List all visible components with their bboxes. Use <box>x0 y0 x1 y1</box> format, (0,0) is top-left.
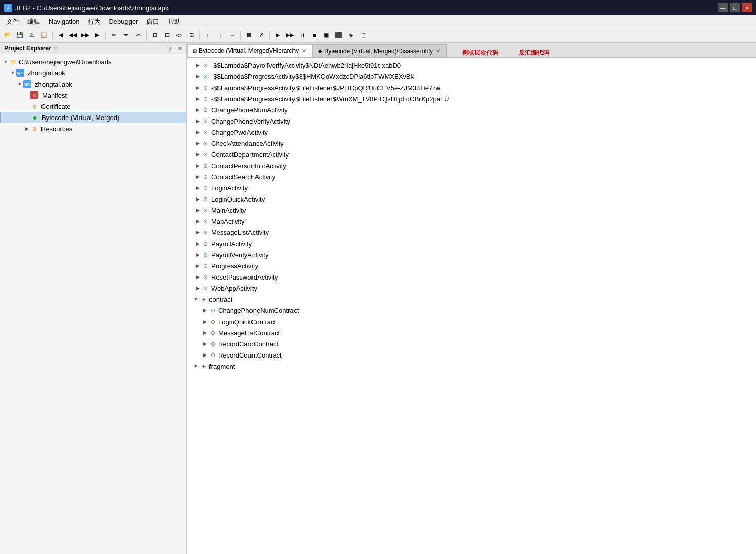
toolbar-step3[interactable]: ◈ <box>345 30 356 41</box>
toolbar-warn[interactable]: ⚠ <box>26 30 37 41</box>
list-item-c14[interactable]: ▶ ⊙ PayrollVerifyActivity <box>187 249 756 260</box>
toolbar-edit1[interactable]: ✏ <box>108 30 119 41</box>
class-arrow-lambda3: ▶ <box>194 85 201 90</box>
list-item-lambda4[interactable]: ▶ ⊙ -$$Lambda$ProgressActivity$FileListe… <box>187 93 756 104</box>
class-arrow-c14: ▶ <box>194 252 201 257</box>
class-label-c9: LoginQuickActivity <box>211 195 265 203</box>
toolbar-save[interactable]: 💾 <box>14 30 25 41</box>
class-label-c15: ProgressActivity <box>211 262 258 270</box>
list-item-c15[interactable]: ▶ ⊙ ProgressActivity <box>187 260 756 271</box>
toolbar-step1[interactable]: ▣ <box>321 30 332 41</box>
list-item-c10[interactable]: ▶ ⊙ MainActivity <box>187 205 756 216</box>
list-item-p5[interactable]: ▶ ⊙ RecordCountContract <box>187 349 756 361</box>
list-item-c12[interactable]: ▶ ⊙ MessageListActivity <box>187 227 756 238</box>
list-item-pkg-fragment[interactable]: ▼ ⊞ fragment <box>187 361 756 372</box>
toolbar-fwd2[interactable]: ▶▶ <box>79 30 91 41</box>
list-item-c9[interactable]: ▶ ⊙ LoginQuickActivity <box>187 193 756 205</box>
tree-label-root: C:\Users\hejiangwei\Downloads <box>19 58 112 66</box>
tab-hierarchy-close[interactable]: ✕ <box>301 48 307 54</box>
toolbar-open[interactable]: 📂 <box>2 30 13 41</box>
class-label-lambda3: -$$Lambda$ProgressActivity$FileListener$… <box>211 84 440 92</box>
menu-help[interactable]: 帮助 <box>163 16 185 27</box>
menu-file[interactable]: 文件 <box>2 16 23 27</box>
list-item-c6[interactable]: ▶ ⊙ ContactPersonInfoActivity <box>187 160 756 171</box>
list-item-lambda1[interactable]: ▶ ⊙ -$$Lambda$PayrollVerifyActivity$NDtA… <box>187 60 756 71</box>
class-label-p1: ChangePhoneNumContract <box>218 307 299 314</box>
tree-label-resources: Resources <box>41 125 72 133</box>
tab-disassembly[interactable]: ◆ Bytecode (Virtual, Merged)/Disassembly… <box>313 44 447 57</box>
list-item-p3[interactable]: ▶ ⊙ MessageListContract <box>187 327 756 338</box>
list-item-lambda2[interactable]: ▶ ⊙ -$$Lambda$ProgressActivity$3$HMKOoWx… <box>187 71 756 82</box>
tree-label-cert: Certificate <box>41 103 71 110</box>
toolbar-copy[interactable]: 📋 <box>38 30 50 41</box>
list-item-pkg-contract[interactable]: ▼ ⊞ contract <box>187 294 756 305</box>
list-item-c11[interactable]: ▶ ⊙ MapActivity <box>187 216 756 227</box>
list-item-c13[interactable]: ▶ ⊙ PayrollActivity <box>187 238 756 249</box>
list-item-c4[interactable]: ▶ ⊙ CheckAttendanceActivity <box>187 138 756 149</box>
menu-action[interactable]: 行为 <box>83 16 105 27</box>
toolbar-step4[interactable]: ⬚ <box>357 30 368 41</box>
list-item-c7[interactable]: ▶ ⊙ ContactSearchActivity <box>187 171 756 182</box>
list-item-c3[interactable]: ▶ ⊙ ChangePwdActivity <box>187 127 756 138</box>
left-panel: Project Explorer ⊡ ⊡ □ ✕ ▼ 📁 C:\Users\he… <box>0 43 187 554</box>
class-label-lambda1: -$$Lambda$PayrollVerifyActivity$NDtAehwb… <box>211 62 401 69</box>
toolbar-edit2[interactable]: ✒ <box>120 30 132 41</box>
toolbar-down[interactable]: ↓ <box>215 30 226 41</box>
list-item-lambda3[interactable]: ▶ ⊙ -$$Lambda$ProgressActivity$FileListe… <box>187 82 756 93</box>
list-item-c2[interactable]: ▶ ⊙ ChangePhoneVerifyActivity <box>187 115 756 127</box>
list-item-c17[interactable]: ▶ ⊙ WebAppActivity <box>187 283 756 294</box>
toolbar-right[interactable]: → <box>227 30 238 41</box>
list-item-c1[interactable]: ▶ ⊙ ChangePhoneNumActivity <box>187 104 756 115</box>
title-bar: J JEB2 - C:\Users\hejiangwei\Downloads\z… <box>0 0 756 15</box>
menu-edit[interactable]: 编辑 <box>23 16 45 27</box>
toolbar-fwd[interactable]: ▶ <box>92 30 103 41</box>
list-item-c16[interactable]: ▶ ⊙ ResetPasswordActivity <box>187 271 756 283</box>
menu-navigation[interactable]: Navigation <box>45 17 83 26</box>
class-arrow-c13: ▶ <box>194 241 201 246</box>
menu-debugger[interactable]: Debugger <box>105 17 142 26</box>
toolbar-add[interactable]: ⊞ <box>149 30 160 41</box>
manifest-icon: M <box>30 91 38 99</box>
toolbar-run2[interactable]: ▶▶ <box>284 30 296 41</box>
list-item-p1[interactable]: ▶ ⊙ ChangePhoneNumContract <box>187 305 756 316</box>
list-item-c5[interactable]: ▶ ⊙ ContactDepartmentActivity <box>187 149 756 160</box>
toolbar-back[interactable]: ◀ <box>55 30 66 41</box>
list-item-p2[interactable]: ▶ ⊙ LoginQuickContract <box>187 316 756 327</box>
tree-item-manifest[interactable]: M Manifest <box>0 90 186 101</box>
class-icon-p5: ⊙ <box>208 351 217 359</box>
class-arrow-p4: ▶ <box>201 341 208 346</box>
toolbar-pause[interactable]: ⏸ <box>297 30 308 41</box>
list-item-c8[interactable]: ▶ ⊙ LoginActivity <box>187 182 756 193</box>
toolbar-cut[interactable]: ✂ <box>133 30 144 41</box>
toolbar-back2[interactable]: ◀◀ <box>67 30 78 41</box>
panel-tab-marker: ⊡ <box>53 46 57 51</box>
toolbar-grid[interactable]: ⊡ <box>186 30 197 41</box>
class-label-c1: ChangePhoneNumActivity <box>211 106 288 114</box>
toolbar-sub[interactable]: ⊟ <box>161 30 173 41</box>
tab-hierarchy[interactable]: ⊞ Bytecode (Virtual, Merged)/Hierarchy ✕ <box>187 44 313 57</box>
tree-item-root-path[interactable]: ▼ 📁 C:\Users\hejiangwei\Downloads <box>0 56 186 67</box>
minimize-button[interactable]: — <box>718 3 728 12</box>
toolbar-up[interactable]: ↑ <box>202 30 214 41</box>
tree-item-bytecode[interactable]: ◆ Bytecode (Virtual, Merged) <box>0 112 186 123</box>
tree-item-certificate[interactable]: ⚷ Certificate <box>0 101 186 112</box>
class-label-p5: RecordCountContract <box>218 351 282 359</box>
tree-item-apk2[interactable]: ▼ APK zhongtai.apk <box>0 78 186 90</box>
tree-item-apk1[interactable]: ▼ APK zhongtai.apk <box>0 67 186 78</box>
toolbar-run[interactable]: ▶ <box>272 30 283 41</box>
maximize-button[interactable]: □ <box>730 3 740 12</box>
panel-pin-icon[interactable]: ⊡ <box>166 45 171 52</box>
toolbar-step2[interactable]: ⬛ <box>333 30 344 41</box>
tree-item-resources[interactable]: ▶ ⊞ Resources <box>0 123 186 134</box>
list-item-p4[interactable]: ▶ ⊙ RecordCardContract <box>187 338 756 349</box>
tab-disassembly-close[interactable]: ✕ <box>435 48 441 54</box>
toolbar-x[interactable]: ✗ <box>256 30 267 41</box>
panel-min-icon[interactable]: □ <box>173 45 176 52</box>
toolbar-sep2 <box>105 31 106 40</box>
menu-window[interactable]: 窗口 <box>142 16 163 27</box>
panel-close-icon[interactable]: ✕ <box>178 45 182 52</box>
close-button[interactable]: ✕ <box>742 3 752 12</box>
toolbar-cancel[interactable]: ⊠ <box>243 30 255 41</box>
toolbar-stop[interactable]: ⏹ <box>309 30 320 41</box>
toolbar-code[interactable]: <> <box>174 30 185 41</box>
